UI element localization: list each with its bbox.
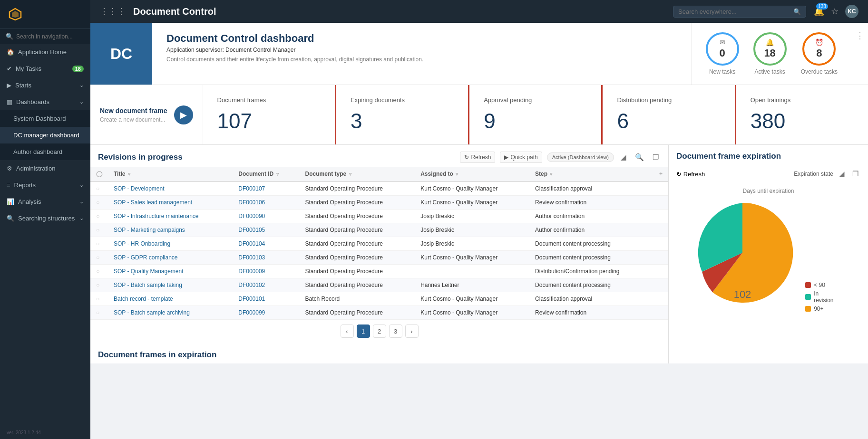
sidebar-item-left: ▦ Dashboards bbox=[7, 98, 49, 105]
sidebar-search-bar[interactable]: 🔍 bbox=[0, 29, 90, 44]
row-check: ○ bbox=[90, 278, 108, 292]
metric-active-tasks: 🔔 18 Active tasks bbox=[753, 32, 787, 75]
row-step: Review confirmation bbox=[529, 196, 653, 210]
table-row[interactable]: ○ SOP - HR Onboarding DF000104 Standard … bbox=[90, 237, 668, 251]
row-doc-type: Standard Operating Procedure bbox=[300, 210, 415, 223]
expiration-expand-icon[interactable]: ❐ bbox=[850, 169, 860, 179]
table-row[interactable]: ○ Batch record - template DF000101 Batch… bbox=[90, 292, 668, 306]
sidebar-item-left: ≡ Reports bbox=[7, 181, 36, 189]
col-doc-type[interactable]: Document type ▿ bbox=[300, 167, 415, 181]
expiration-filter-icon[interactable]: ◢ bbox=[837, 169, 847, 179]
main-area: ⋮⋮⋮ Document Control 🔍 🔔 133 ☆ KC DC Doc… bbox=[90, 0, 868, 439]
pie-row: 102 < 90 In revision 90+ bbox=[678, 198, 858, 312]
circle-ring-new-tasks: ✉ 0 bbox=[706, 32, 739, 66]
pagination: ‹123› bbox=[90, 320, 668, 343]
pagination-page-3[interactable]: 3 bbox=[389, 324, 402, 338]
metric-overdue-tasks: ⏰ 8 Overdue tasks bbox=[801, 32, 838, 75]
new-doc-label: New document frame bbox=[100, 107, 167, 115]
col-assigned-to[interactable]: Assigned to ▿ bbox=[415, 167, 529, 181]
search-icon: 🔍 bbox=[793, 8, 801, 15]
search-table-icon[interactable]: 🔍 bbox=[633, 152, 646, 162]
sidebar-item-starts[interactable]: ▶ Starts ⌄ bbox=[0, 77, 90, 94]
pagination-next[interactable]: › bbox=[405, 324, 419, 338]
stat-card-approval-pending[interactable]: Approval pending 9 bbox=[469, 85, 603, 144]
col-title[interactable]: Title ▿ bbox=[108, 167, 233, 181]
notifications-button[interactable]: 🔔 133 bbox=[814, 6, 824, 17]
pagination-prev[interactable]: ‹ bbox=[341, 324, 354, 338]
row-step: Document content processing bbox=[529, 251, 653, 265]
sidebar-item-left: DC manager dashboard bbox=[13, 132, 79, 139]
sidebar-item-author-dashboard[interactable]: Author dashboard bbox=[0, 143, 90, 160]
filter-icon[interactable]: ◢ bbox=[619, 152, 628, 162]
sidebar-item-system-dashboard[interactable]: System Dashboard bbox=[0, 110, 90, 127]
sidebar-search-input[interactable] bbox=[16, 33, 85, 40]
stat-label: Open trainings bbox=[751, 96, 854, 104]
row-doc-id: DF000103 bbox=[233, 251, 299, 265]
table-row[interactable]: ○ SOP - Development DF000107 Standard Op… bbox=[90, 181, 668, 196]
sidebar-item-reports[interactable]: ≡ Reports ⌄ bbox=[0, 177, 90, 193]
chart-subtitle: Days until expiration bbox=[742, 188, 794, 194]
stat-card-document-frames[interactable]: Document frames 107 bbox=[203, 85, 336, 144]
add-column-icon[interactable]: + bbox=[653, 167, 668, 181]
table-row[interactable]: ○ SOP - Batch sample taking DF000102 Sta… bbox=[90, 278, 668, 292]
pagination-page-1[interactable]: 1 bbox=[357, 324, 370, 338]
stat-card-distribution-pending[interactable]: Distribution pending 6 bbox=[603, 85, 736, 144]
row-assigned-to: Kurt Cosmo - Quality Manager bbox=[415, 292, 529, 306]
table-row[interactable]: ○ SOP - GDPR compliance DF000103 Standar… bbox=[90, 251, 668, 265]
pie-svg: 102 bbox=[688, 198, 797, 307]
table-row[interactable]: ○ SOP - Batch sample archiving DF000099 … bbox=[90, 306, 668, 320]
chevron-icon: ⌄ bbox=[79, 199, 84, 205]
row-empty bbox=[653, 181, 668, 196]
new-doc-button[interactable]: ▶ bbox=[174, 105, 193, 124]
sidebar-item-label: Reports bbox=[14, 181, 36, 189]
sidebar-item-dashboards[interactable]: ▦ Dashboards ⌄ bbox=[0, 94, 90, 110]
stat-card-open-trainings[interactable]: Open trainings 380 bbox=[736, 85, 868, 144]
col-check: ◯ bbox=[90, 167, 108, 181]
bottom-section-title: Document frames in expiration bbox=[90, 343, 668, 363]
row-doc-type: Standard Operating Procedure bbox=[300, 251, 415, 265]
sidebar-item-left: Author dashboard bbox=[13, 148, 62, 155]
col-step[interactable]: Step ▿ bbox=[529, 167, 653, 181]
chevron-icon: ⌄ bbox=[79, 182, 84, 188]
revisions-panel: Revisions in progress ↻ Refresh ▶ Quick … bbox=[90, 145, 668, 363]
grid-icon: ▦ bbox=[7, 98, 12, 105]
expiration-refresh-button[interactable]: ↻ Refresh bbox=[676, 171, 705, 178]
grid-icon[interactable]: ⋮⋮⋮ bbox=[100, 6, 126, 17]
row-assigned-to: Josip Breskic bbox=[415, 210, 529, 223]
pagination-page-2[interactable]: 2 bbox=[373, 324, 386, 338]
sidebar-item-administration[interactable]: ⚙ Administration bbox=[0, 160, 90, 177]
sidebar-item-dc-manager-dashboard[interactable]: DC manager dashboard bbox=[0, 127, 90, 143]
global-search-input[interactable] bbox=[678, 8, 790, 15]
sidebar-badge: 18 bbox=[72, 66, 84, 72]
user-avatar[interactable]: KC bbox=[845, 5, 858, 18]
table-row[interactable]: ○ SOP - Infrastructure maintenance DF000… bbox=[90, 210, 668, 223]
row-assigned-to bbox=[415, 265, 529, 278]
stat-value: 9 bbox=[484, 109, 587, 133]
sidebar-item-application-home[interactable]: 🏠 Application Home bbox=[0, 44, 90, 60]
stat-card-expiring-documents[interactable]: Expiring documents 3 bbox=[336, 85, 469, 144]
more-options-icon[interactable]: ⋮ bbox=[852, 23, 868, 85]
revisions-title: Revisions in progress bbox=[98, 153, 183, 162]
row-doc-type: Standard Operating Procedure bbox=[300, 237, 415, 251]
table-row[interactable]: ○ SOP - Sales lead management DF000106 S… bbox=[90, 196, 668, 210]
star-icon[interactable]: ☆ bbox=[831, 6, 839, 17]
expiration-panel: Document frame expiration ↻ Refresh Expi… bbox=[668, 145, 868, 363]
quick-path-button[interactable]: ▶ Quick path bbox=[500, 152, 542, 163]
global-search[interactable]: 🔍 bbox=[673, 6, 806, 18]
table-row[interactable]: ○ SOP - Quality Management DF000009 Stan… bbox=[90, 265, 668, 278]
sidebar-item-analysis[interactable]: 📊 Analysis ⌄ bbox=[0, 193, 90, 210]
expand-icon[interactable]: ❐ bbox=[651, 152, 661, 162]
row-empty bbox=[653, 196, 668, 210]
stat-cards: Document frames 107Expiring documents 3A… bbox=[203, 85, 868, 144]
sidebar-nav: 🏠 Application Home ✔ My Tasks 18 ▶ Start… bbox=[0, 44, 90, 227]
col-doc-id[interactable]: Document ID ▿ bbox=[233, 167, 299, 181]
table-row[interactable]: ○ SOP - Marketing campaigns DF000105 Sta… bbox=[90, 223, 668, 237]
sidebar-item-my-tasks[interactable]: ✔ My Tasks 18 bbox=[0, 60, 90, 77]
sidebar-item-searching-structures[interactable]: 🔍 Searching structures ⌄ bbox=[0, 210, 90, 227]
sidebar-item-label: DC manager dashboard bbox=[13, 132, 79, 139]
sidebar-item-label: Author dashboard bbox=[13, 148, 62, 155]
row-doc-id: DF000099 bbox=[233, 306, 299, 320]
analysis-icon: 📊 bbox=[7, 198, 14, 205]
refresh-button[interactable]: ↻ Refresh bbox=[460, 152, 495, 163]
dashboard-metrics: ✉ 0 New tasks 🔔 18 Active tasks ⏰ 8 Over… bbox=[691, 23, 852, 85]
